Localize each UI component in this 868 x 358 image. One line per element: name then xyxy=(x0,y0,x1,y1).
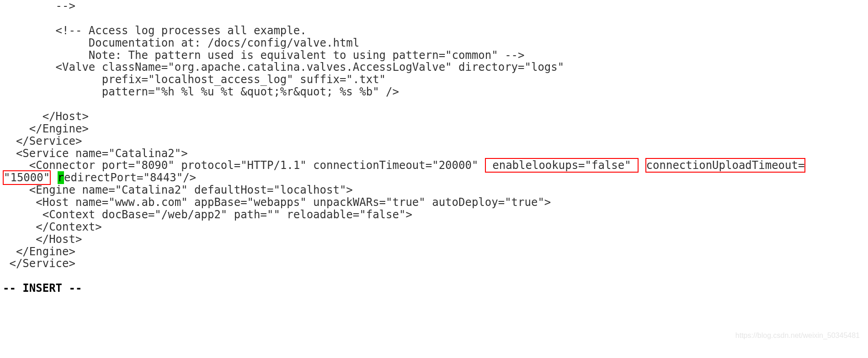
highlight-15000: "15000" xyxy=(3,170,51,185)
code-line: </Host> xyxy=(3,110,89,123)
code-line: <Service name="Catalina2"> xyxy=(3,147,188,160)
code-line: </Service> xyxy=(3,257,75,270)
text-cursor: r xyxy=(58,171,64,184)
watermark-text: https://blog.csdn.net/weixin_50345481 xyxy=(735,332,860,340)
code-line: <Valve className="org.apache.catalina.va… xyxy=(3,61,564,74)
code-line: </Context> xyxy=(3,221,102,233)
code-line: <Engine name="Catalina2" defaultHost="lo… xyxy=(3,184,353,196)
code-line: </Host> xyxy=(3,233,82,246)
code-line: </Service> xyxy=(3,135,82,147)
code-line: <Host name="www.ab.com" appBase="webapps… xyxy=(3,196,551,209)
code-line: </Engine> xyxy=(3,245,75,258)
code-line: prefix="localhost_access_log" suffix=".t… xyxy=(3,73,386,86)
vim-mode-status: -- INSERT -- xyxy=(3,282,82,295)
code-line: </Engine> xyxy=(3,122,89,135)
highlight-enablelookups: enablelookups="false" xyxy=(485,158,639,173)
code-editor[interactable]: --> <!-- Access log processes all exampl… xyxy=(0,0,868,295)
code-line: --> xyxy=(3,0,75,12)
code-line: <!-- Access log processes all example. xyxy=(3,24,307,37)
code-line: Note: The pattern used is equivalent to … xyxy=(3,49,525,62)
code-line: <Context docBase="/web/app2" path="" rel… xyxy=(3,208,412,221)
code-line-connector: <Connector port="8090" protocol="HTTP/1.… xyxy=(3,158,805,185)
highlight-connectionuploadtimeout: connectionUploadTimeout= xyxy=(645,158,806,173)
code-line: pattern="%h %l %u %t &quot;%r&quot; %s %… xyxy=(3,85,399,98)
code-line: Documentation at: /docs/config/valve.htm… xyxy=(3,37,359,49)
